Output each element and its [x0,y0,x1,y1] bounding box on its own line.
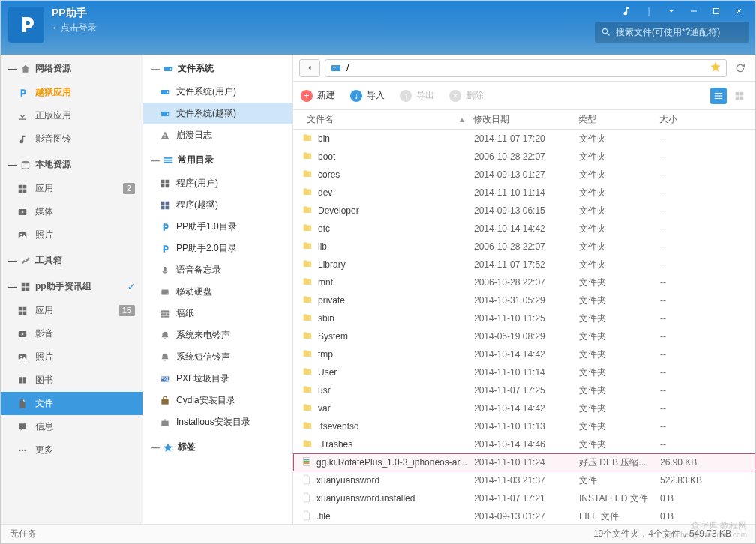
tree-item[interactable]: 移动硬盘 [143,281,292,303]
music-icon[interactable] [620,5,632,17]
tree-item[interactable]: 语音备忘录 [143,259,292,281]
delete-button[interactable]: × 删除 [449,89,484,102]
file-row[interactable]: .Trashes2014-10-14 14:46文件夹-- [293,435,755,453]
login-hint[interactable]: ←点击登录 [52,22,97,34]
sidebar-item[interactable]: 照片 [1,345,142,369]
back-button[interactable] [299,59,320,77]
sidebar-item[interactable]: 媒体 [1,200,142,223]
folder-icon [302,366,314,379]
file-row[interactable]: sbin2014-11-10 11:25文件夹-- [293,309,755,327]
svg-rect-0 [691,11,697,12]
sidebar-item[interactable]: 照片 [1,223,142,247]
sidebar-section-header[interactable]: —本地资源 [1,151,142,177]
file-row[interactable]: xuanyuansword2014-11-03 21:37文件522.83 KB [293,471,755,489]
grid-view-button[interactable] [731,88,748,104]
tree-item[interactable]: 系统来电铃声 [143,324,292,346]
menu-dropdown-icon[interactable] [665,5,677,17]
file-row[interactable]: gg.ki.RotatePlus_1.0-3_iphoneos-ar...201… [293,453,755,471]
file-row[interactable]: boot2006-10-28 22:07文件夹-- [293,148,755,166]
sidebar-section-header[interactable]: —网络资源 [1,55,142,81]
tree-item[interactable]: 崩溃日志 [143,124,292,146]
sidebar-section-header[interactable]: —工具箱 [1,247,142,273]
file-row[interactable]: usr2014-11-07 17:25文件夹-- [293,381,755,399]
refresh-button[interactable] [731,59,749,77]
col-type[interactable]: 类型 [578,113,659,126]
tree-item[interactable]: 文件系统(用户) [143,81,292,103]
apps-icon [17,184,28,194]
tree-item[interactable]: PP助手1.0目录 [143,216,292,238]
close-icon[interactable] [733,5,745,17]
tree-item[interactable]: Installous安装目录 [143,411,292,433]
tree-item[interactable]: 墙纸 [143,303,292,324]
list-view-button[interactable] [710,88,727,104]
svg-rect-12 [22,287,26,291]
file-row[interactable]: User2014-11-10 11:14文件夹-- [293,363,755,381]
minimize-icon[interactable] [688,5,700,17]
svg-rect-54 [715,95,723,96]
group-header[interactable]: —文件系统 [143,55,292,81]
maximize-icon[interactable] [710,5,722,17]
tree-item[interactable]: PXLPXL垃圾目录 [143,368,292,390]
pp-icon [17,88,28,98]
file-row[interactable]: tmp2014-10-14 14:42文件夹-- [293,345,755,363]
file-row[interactable]: lib2006-10-28 22:07文件夹-- [293,238,755,256]
file-row[interactable]: Developer2014-09-13 06:15文件夹-- [293,202,755,220]
sidebar-item[interactable]: 文件 [1,392,142,415]
new-button[interactable]: + 新建 [301,89,335,102]
titlebar: PP助手 ←点击登录 | 搜索文件(可使用*?通配符) [1,1,755,55]
file-date: 2014-11-10 11:13 [474,421,579,432]
file-type: 好压 DEB 压缩... [579,456,660,469]
group-header[interactable]: —常用目录 [143,146,292,172]
tree-item[interactable]: 系统短信铃声 [143,346,292,368]
search-box[interactable]: 搜索文件(可使用*?通配符) [595,22,749,43]
file-row[interactable]: etc2014-10-14 14:42文件夹-- [293,220,755,238]
file-row[interactable]: System2014-06-19 08:29文件夹-- [293,327,755,345]
file-size: -- [660,331,747,342]
chevron-icon: — [151,64,160,74]
file-row[interactable]: dev2014-11-10 11:14文件夹-- [293,184,755,202]
file-row[interactable]: private2014-10-31 05:29文件夹-- [293,291,755,309]
export-button[interactable]: ↑ 导出 [400,89,434,102]
file-list: bin2014-11-07 17:20文件夹--boot2006-10-28 2… [293,130,755,524]
file-row[interactable]: cores2014-09-13 01:27文件夹-- [293,166,755,184]
sidebar-item[interactable]: 图书 [1,369,142,392]
file-type: FILE 文件 [579,510,660,523]
sidebar-item[interactable]: 越狱应用 [1,81,142,104]
group-header[interactable]: —标签 [143,433,292,459]
file-row[interactable]: mnt2006-10-28 22:07文件夹-- [293,273,755,291]
svg-rect-63 [304,462,310,464]
file-type: 文件夹 [579,205,660,217]
file-row[interactable]: .fseventsd2014-11-10 11:13文件夹-- [293,417,755,435]
col-name[interactable]: 文件名▲ [301,113,473,126]
tree-item[interactable]: 文件系统(越狱) [143,103,292,124]
file-row[interactable]: bin2014-11-07 17:20文件夹-- [293,130,755,148]
sidebar-item[interactable]: 应用2 [1,177,142,200]
sidebar-item[interactable]: 更多 [1,438,142,462]
file-row[interactable]: .file2014-09-13 01:27FILE 文件0 B [293,507,755,524]
sidebar-item[interactable]: 信息 [1,415,142,438]
sidebar-item[interactable]: 应用15 [1,299,142,322]
svg-point-9 [20,233,22,235]
tree-item[interactable]: PP助手2.0目录 [143,238,292,259]
sidebar-section-header[interactable]: —pp助手资讯组✓ [1,273,142,299]
folder-icon [302,348,314,361]
tree-item[interactable]: 程序(越狱) [143,194,292,216]
sidebar-item[interactable]: 影音 [1,322,142,345]
sidebar-item[interactable]: 影音图铃 [1,127,142,151]
col-date[interactable]: 修改日期 [473,113,578,126]
file-type: 文件夹 [579,420,660,433]
file-row[interactable]: var2014-10-14 14:42文件夹-- [293,399,755,417]
chevron-icon: — [151,155,160,166]
group-icon [163,155,173,166]
file-row[interactable]: Library2014-11-07 17:52文件夹-- [293,256,755,273]
tree-item[interactable]: Cydia安装目录 [143,390,292,411]
import-button[interactable]: ↓ 导入 [350,89,385,102]
file-row[interactable]: xuanyuansword.installed2014-11-07 17:21I… [293,489,755,507]
path-input[interactable]: / [325,59,727,77]
tree-item[interactable]: 程序(用户) [143,172,292,194]
col-size[interactable]: 大小 [659,113,748,126]
file-date: 2014-09-13 01:27 [474,169,579,180]
star-icon[interactable] [710,61,722,75]
sidebar-item[interactable]: 正版应用 [1,104,142,127]
folder-icon [302,151,314,163]
